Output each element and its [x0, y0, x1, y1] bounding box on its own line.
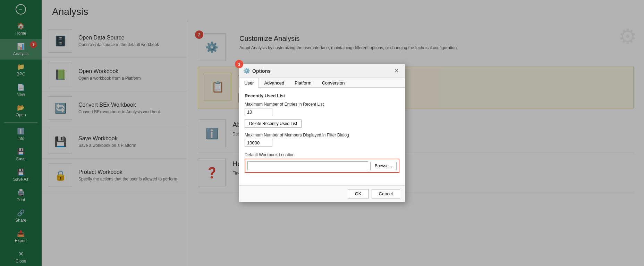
max-entries-input[interactable] [245, 108, 272, 116]
modal-close-button[interactable]: ✕ [392, 67, 401, 75]
filter-dialog-input[interactable] [245, 139, 272, 147]
filter-dialog-label: Maximum Number of Members Displayed in F… [245, 133, 399, 138]
recently-used-title: Recently Used List [245, 93, 399, 98]
workbook-location-label: Default Workbook Location [245, 152, 399, 157]
max-entries-label: Maximum Number of Entries in Recent List [245, 102, 399, 107]
modal-overlay[interactable]: 3 ⚙️ Options ✕ User Advanced Platform Co… [0, 0, 644, 266]
modal-footer: OK Cancel [239, 185, 405, 202]
delete-recently-used-button[interactable]: Delete Recently Used List [245, 119, 302, 128]
tab-platform[interactable]: Platform [289, 78, 316, 88]
workbook-location-input[interactable] [247, 161, 368, 170]
step-badge-3: 3 [235, 60, 243, 68]
options-modal: 3 ⚙️ Options ✕ User Advanced Platform Co… [239, 64, 405, 202]
tab-user[interactable]: User [239, 78, 259, 88]
workbook-location-row: Browse... [245, 159, 399, 173]
modal-title: Options [252, 68, 392, 74]
modal-title-icon: ⚙️ [243, 68, 250, 74]
tab-conversion[interactable]: Conversion [317, 78, 350, 88]
cancel-button[interactable]: Cancel [372, 189, 400, 198]
browse-button[interactable]: Browse... [370, 162, 397, 170]
ok-button[interactable]: OK [348, 189, 369, 198]
modal-body: Recently Used List Maximum Number of Ent… [239, 88, 405, 185]
tab-advanced[interactable]: Advanced [259, 78, 289, 88]
modal-tabs: User Advanced Platform Conversion [239, 78, 405, 88]
modal-header: ⚙️ Options ✕ [239, 64, 405, 78]
